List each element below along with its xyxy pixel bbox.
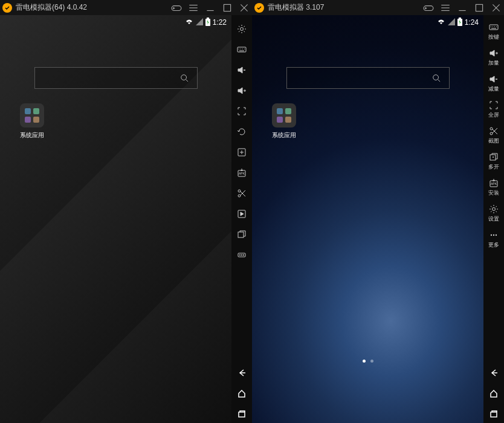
volume-up-icon[interactable]: 加量 (485, 46, 503, 69)
svg-point-14 (241, 28, 244, 31)
window-title: 雷电模拟器(64) 4.0.42 (16, 2, 171, 13)
nav-home-icon[interactable] (485, 384, 503, 402)
svg-rect-11 (207, 18, 209, 19)
maximize-icon[interactable] (474, 2, 485, 13)
svg-point-12 (181, 75, 186, 80)
signal-icon (196, 18, 203, 27)
multitask-icon[interactable] (233, 225, 251, 244)
settings-gear-icon[interactable]: 设置 (485, 202, 503, 225)
svg-point-75 (491, 234, 492, 236)
svg-point-65 (490, 132, 493, 135)
page-dot (370, 360, 373, 363)
more-dots-icon[interactable]: 更多 (485, 228, 503, 251)
scissors-icon[interactable]: 截图 (485, 124, 503, 147)
svg-rect-15 (237, 47, 246, 52)
svg-line-13 (186, 80, 188, 82)
svg-line-54 (438, 80, 440, 82)
status-bar: 1:24 (252, 15, 483, 30)
plus-box-icon[interactable] (233, 143, 251, 161)
app-label: 系统应用 (269, 131, 299, 140)
svg-text:APK: APK (239, 172, 245, 175)
app-label: 系统应用 (17, 131, 47, 140)
svg-point-53 (433, 75, 438, 80)
svg-point-64 (490, 128, 493, 130)
fullscreen-icon[interactable] (233, 102, 251, 120)
volume-up-icon[interactable] (233, 82, 251, 100)
minimize-icon[interactable] (205, 2, 216, 13)
app-logo (254, 3, 264, 13)
volume-down-icon[interactable] (233, 61, 251, 79)
svg-text:APK: APK (491, 182, 497, 186)
titlebar: 雷电模拟器(64) 4.0.42 (0, 0, 252, 15)
svg-rect-35 (238, 232, 244, 237)
emulator-left: 雷电模拟器(64) 4.0.42 1:22 系统应用 (0, 0, 252, 423)
svg-rect-7 (224, 4, 230, 11)
fullscreen-icon[interactable]: 全屏 (485, 98, 503, 121)
status-time: 1:24 (465, 18, 479, 27)
svg-rect-52 (459, 18, 461, 19)
more-dots-icon[interactable] (233, 246, 251, 264)
scissors-icon[interactable] (233, 184, 251, 202)
close-icon[interactable] (491, 2, 502, 13)
nav-home-icon[interactable] (233, 384, 251, 402)
wifi-icon (437, 18, 445, 27)
window-title: 雷电模拟器 3.107 (268, 2, 423, 13)
titlebar: 雷电模拟器 3.107 (252, 0, 504, 15)
svg-rect-55 (489, 25, 498, 30)
svg-point-31 (238, 195, 241, 197)
keyboard-icon[interactable]: 按键 (485, 20, 503, 44)
close-icon[interactable] (239, 2, 250, 13)
signal-icon (448, 18, 455, 27)
nav-back-icon[interactable] (233, 364, 251, 382)
emulator-screen[interactable]: 1:24 系统应用 (252, 15, 483, 423)
app-logo (2, 3, 12, 13)
window-controls (423, 2, 502, 13)
emulator-screen[interactable]: 1:22 系统应用 (0, 15, 231, 423)
emulator-right: 雷电模拟器 3.107 1:24 系统应用 (252, 0, 504, 423)
svg-rect-40 (239, 412, 245, 417)
maximize-icon[interactable] (222, 2, 233, 13)
rotate-icon[interactable] (233, 123, 251, 141)
multi-open-icon[interactable]: 多开 (485, 150, 503, 173)
svg-point-39 (243, 254, 244, 255)
nav-recent-icon[interactable] (233, 405, 251, 423)
keyboard-icon[interactable] (233, 40, 251, 59)
svg-point-38 (241, 254, 242, 255)
svg-point-30 (238, 190, 241, 192)
wifi-icon (185, 18, 193, 27)
search-icon (180, 74, 189, 82)
system-apps-icon[interactable]: 系统应用 (269, 103, 299, 140)
settings-gear-icon[interactable] (233, 20, 251, 38)
battery-charging-icon (205, 18, 210, 28)
status-bar: 1:22 (0, 15, 231, 30)
svg-point-76 (493, 234, 494, 236)
sidebar-right: 按键 加量 减量 全屏 截图 多开 APK安装 设置 更多 (483, 15, 504, 423)
status-time: 1:22 (213, 18, 227, 27)
gamepad-icon[interactable] (423, 2, 434, 13)
svg-line-66 (493, 129, 497, 134)
window-controls (171, 2, 250, 13)
search-input[interactable] (286, 67, 450, 89)
apk-icon[interactable]: APK (233, 164, 251, 182)
svg-line-33 (241, 190, 245, 195)
search-icon (432, 74, 441, 82)
page-dot-active (363, 360, 366, 363)
svg-point-74 (493, 208, 496, 211)
nav-back-icon[interactable] (485, 364, 503, 382)
battery-charging-icon (457, 18, 462, 28)
svg-rect-48 (476, 4, 482, 11)
page-indicator (252, 360, 483, 363)
svg-line-67 (493, 128, 497, 133)
search-input[interactable] (34, 67, 198, 89)
menu-icon[interactable] (188, 2, 199, 13)
sidebar-left: APK (231, 15, 252, 423)
menu-icon[interactable] (440, 2, 451, 13)
minimize-icon[interactable] (457, 2, 468, 13)
gamepad-icon[interactable] (171, 2, 182, 13)
volume-down-icon[interactable]: 减量 (485, 72, 503, 95)
nav-recent-icon[interactable] (485, 405, 503, 423)
system-apps-icon[interactable]: 系统应用 (17, 103, 47, 140)
svg-point-77 (496, 234, 497, 236)
apk-install-icon[interactable]: APK安装 (485, 176, 503, 199)
play-box-icon[interactable] (233, 205, 251, 223)
